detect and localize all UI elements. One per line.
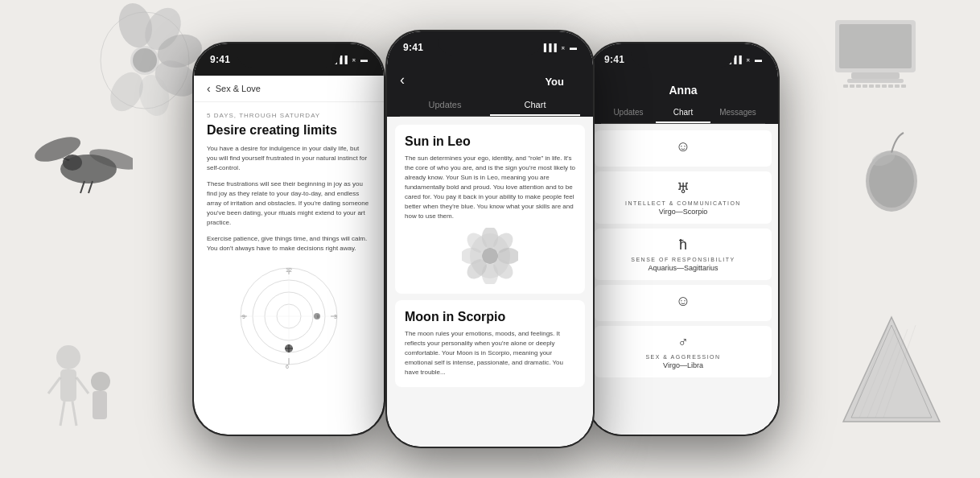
right-title: Anna xyxy=(669,84,698,97)
article-body-1: You have a desire for indulgence in your… xyxy=(207,144,371,173)
right-tabs: Updates Chart Messages xyxy=(601,103,765,124)
svg-text:12: 12 xyxy=(286,267,292,273)
svg-text:3: 3 xyxy=(334,314,337,319)
svg-point-77 xyxy=(482,248,498,264)
astro-symbol-1: ☺ xyxy=(676,138,690,155)
responsibility-symbol: ħ xyxy=(679,237,687,253)
svg-text:♀: ♀ xyxy=(315,313,320,320)
intellect-label: INTELLECT & COMMUNICATION xyxy=(625,200,741,206)
nav-back-label[interactable]: Sex & Love xyxy=(216,84,261,93)
right-tab-chart[interactable]: Chart xyxy=(656,103,710,123)
article-title: Desire creating limits xyxy=(207,122,371,138)
left-phone-nav: ‹ Sex & Love xyxy=(194,76,384,102)
right-battery-icon: ▬ xyxy=(755,56,762,64)
right-phone: 9:41 ▐▐▐ ⌅ ▬ Anna Updates Chart Messages xyxy=(587,42,780,436)
center-wifi-icon: ⌅ xyxy=(560,43,566,52)
responsibility-value: Aquarius—Sagittarius xyxy=(648,264,718,272)
center-phone-time: 9:41 xyxy=(403,42,423,53)
tab-chart[interactable]: Chart xyxy=(490,95,580,116)
astrology-chart: 12 6 9 3 ♀ xyxy=(233,260,345,373)
sun-in-leo-card: Sun in Leo The sun determines your ego, … xyxy=(395,125,585,294)
astro-symbol-4: ☺ xyxy=(676,293,690,310)
moon-in-scorpio-card: Moon in Scorpio The moon rules your emot… xyxy=(395,300,585,387)
sex-aggression-value: Virgo—Libra xyxy=(663,361,703,369)
astro-card-4: ☺ xyxy=(595,285,772,321)
sex-aggression-symbol: ♂ xyxy=(677,334,689,351)
intellect-symbol: ♅ xyxy=(677,179,690,197)
astro-card-intellect: ♅ INTELLECT & COMMUNICATION Virgo—Scorpi… xyxy=(595,171,772,224)
svg-text:9: 9 xyxy=(242,314,245,319)
left-phone-time: 9:41 xyxy=(210,54,230,65)
svg-text:6: 6 xyxy=(286,364,289,369)
astro-card-sex-aggression: ♂ SEX & AGGRESSION Virgo—Libra xyxy=(595,326,772,377)
astro-card-1: ☺ xyxy=(595,130,772,167)
sex-aggression-label: SEX & AGGRESSION xyxy=(645,354,720,360)
wifi-icon: ⌅ xyxy=(351,56,357,64)
astro-card-responsibility: ħ SENSE OF RESPONSIBILITY Aquarius—Sagit… xyxy=(595,229,772,280)
center-title: You xyxy=(545,76,564,88)
center-scroll-content: Sun in Leo The sun determines your ego, … xyxy=(387,117,593,447)
right-phone-notch xyxy=(631,43,735,68)
card1-title: Sun in Leo xyxy=(405,134,575,149)
article-date: 5 DAYS, THROUGH SATURDAY xyxy=(207,112,371,119)
center-tabs: Updates Chart xyxy=(400,95,580,117)
center-phone: 9:41 ▐▐▐ ⌅ ▬ ‹ You Updates Chart xyxy=(385,30,595,448)
center-signal-icon: ▐▐▐ xyxy=(541,43,557,52)
back-chevron-icon: ‹ xyxy=(207,82,211,95)
intellect-value: Virgo—Scorpio xyxy=(659,208,707,216)
right-tab-messages[interactable]: Messages xyxy=(710,103,765,123)
article-body-3: Exercise patience, give things time, and… xyxy=(207,234,371,253)
card1-body: The sun determines your ego, identity, a… xyxy=(405,154,575,221)
card2-body: The moon rules your emotions, moods, and… xyxy=(405,329,575,377)
responsibility-label: SENSE OF RESPONSIBILITY xyxy=(631,257,735,262)
left-phone-article: 5 DAYS, THROUGH SATURDAY Desire creating… xyxy=(194,102,384,382)
center-back-button[interactable]: ‹ xyxy=(400,72,405,89)
right-scroll-content: ☺ ♅ INTELLECT & COMMUNICATION Virgo—Scor… xyxy=(588,124,778,435)
center-phone-header: ‹ You Updates Chart xyxy=(387,64,593,117)
card2-title: Moon in Scorpio xyxy=(405,310,575,324)
center-phone-notch xyxy=(438,31,542,56)
right-tab-updates[interactable]: Updates xyxy=(601,103,656,123)
tab-updates[interactable]: Updates xyxy=(400,95,490,116)
center-phone-status-icons: ▐▐▐ ⌅ ▬ xyxy=(541,43,577,52)
left-phone-notch xyxy=(237,43,341,68)
battery-icon: ▬ xyxy=(360,56,368,64)
right-wifi-icon: ⌅ xyxy=(745,56,751,64)
center-battery-icon: ▬ xyxy=(570,43,577,52)
left-phone: 9:41 ▐▐▐ ⌅ ▬ ‹ Sex & Love 5 DAYS, THROUG… xyxy=(192,42,385,436)
right-phone-header: Anna Updates Chart Messages xyxy=(588,76,778,124)
right-phone-time: 9:41 xyxy=(604,54,624,65)
card1-image xyxy=(405,228,575,284)
article-body-2: These frustrations will see their beginn… xyxy=(207,179,371,228)
